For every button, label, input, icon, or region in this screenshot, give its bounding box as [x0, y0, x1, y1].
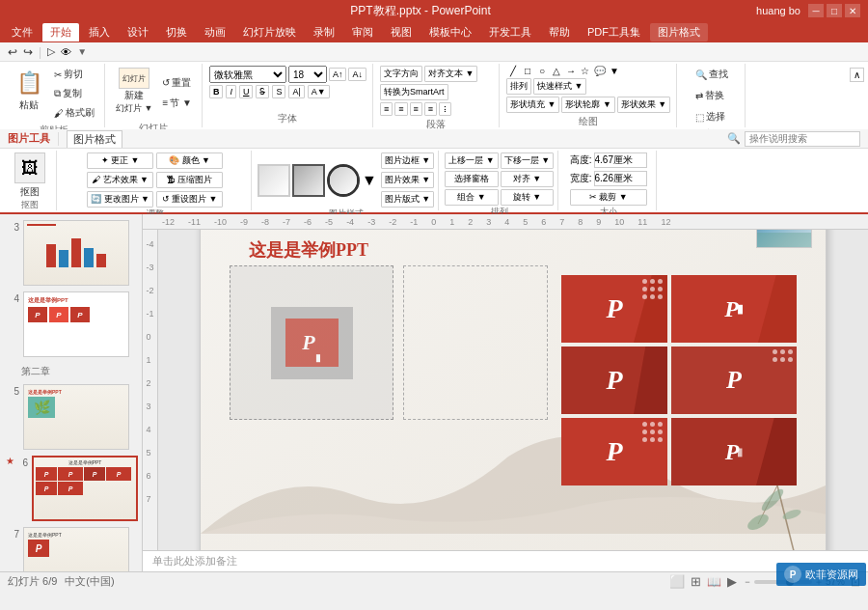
- text-direction-button[interactable]: 文字方向: [380, 66, 422, 82]
- maximize-button[interactable]: □: [827, 4, 842, 17]
- zoom-out-button[interactable]: －: [743, 575, 752, 589]
- backward-button[interactable]: 下移一层 ▼: [501, 152, 554, 169]
- select-button[interactable]: ⬚ 选择: [692, 108, 732, 125]
- align-button[interactable]: 对齐 ▼: [501, 171, 554, 187]
- style-thumb-1[interactable]: [258, 164, 290, 197]
- more-styles-button[interactable]: ▼: [362, 172, 377, 189]
- ppt-icon-2[interactable]: P ▮: [671, 275, 797, 343]
- replace-button[interactable]: ⇄ 替换: [692, 87, 732, 104]
- search-input[interactable]: [745, 131, 860, 147]
- more-shapes-icon[interactable]: ▼: [608, 66, 621, 76]
- menu-home[interactable]: 开始: [42, 23, 79, 42]
- columns-button[interactable]: ⫶: [439, 102, 451, 116]
- char-spacing-button[interactable]: A|: [288, 85, 304, 98]
- menu-slideshow[interactable]: 幻灯片放映: [235, 23, 304, 42]
- view-sorter-icon[interactable]: ⊞: [691, 574, 701, 589]
- bold-button[interactable]: B: [209, 85, 224, 98]
- menu-help[interactable]: 帮助: [541, 23, 578, 42]
- slide-thumb[interactable]: 这是是举例PPT 🌿: [23, 384, 129, 450]
- align-center-button[interactable]: ≡: [394, 102, 407, 116]
- justify-button[interactable]: ≡: [424, 102, 437, 116]
- section-button[interactable]: ≡ 节 ▼: [158, 95, 196, 112]
- selection-pane-button[interactable]: 选择窗格: [445, 171, 498, 187]
- convert-smartart-button[interactable]: 转换为SmartArt: [380, 84, 448, 100]
- ppt-icon-3[interactable]: P: [561, 347, 667, 414]
- copy-button[interactable]: ⧉ 复制: [50, 85, 98, 102]
- view-normal-icon[interactable]: ⬜: [669, 574, 685, 589]
- underline-button[interactable]: U: [239, 85, 254, 98]
- slide-thumb[interactable]: [23, 220, 129, 286]
- list-item[interactable]: 4 这是是举例PPT P P P: [4, 290, 138, 359]
- circle-icon[interactable]: ○: [535, 66, 549, 76]
- style-thumb-2[interactable]: [292, 164, 325, 197]
- shape-fill-button[interactable]: 形状填充 ▼: [506, 97, 559, 113]
- align-right-button[interactable]: ≡: [410, 102, 422, 116]
- align-text-button[interactable]: 对齐文本 ▼: [424, 66, 477, 82]
- redo-qa-btn[interactable]: ↪: [23, 45, 33, 59]
- align-left-button[interactable]: ≡: [380, 102, 393, 116]
- slide-thumb[interactable]: 这是是举例PPT P P P: [23, 291, 129, 357]
- group-button[interactable]: 组合 ▼: [445, 189, 498, 206]
- rotate-button[interactable]: 旋转 ▼: [501, 189, 554, 206]
- quick-styles-button[interactable]: 快速样式 ▼: [533, 78, 586, 95]
- color-button[interactable]: 🎨 颜色 ▼: [156, 152, 223, 169]
- format-tab-label[interactable]: 图片格式: [67, 130, 122, 148]
- font-color-button[interactable]: A▼: [308, 85, 330, 98]
- menu-picture-format[interactable]: 图片格式: [650, 23, 708, 42]
- arrange-button[interactable]: 排列: [506, 78, 531, 95]
- list-item[interactable]: 5 这是是举例PPT 🌿: [4, 382, 138, 452]
- pic-effect-button[interactable]: 图片效果 ▼: [381, 172, 434, 188]
- close-button[interactable]: ✕: [845, 4, 860, 17]
- view-reading-icon[interactable]: 📖: [707, 575, 721, 589]
- cut-button[interactable]: ✂ 剪切: [50, 66, 98, 83]
- star-icon[interactable]: ☆: [579, 66, 592, 76]
- width-input[interactable]: [594, 171, 647, 186]
- menu-transitions[interactable]: 切换: [158, 23, 195, 42]
- menu-insert[interactable]: 插入: [81, 23, 118, 42]
- format-brush-button[interactable]: 🖌 格式刷: [50, 104, 98, 122]
- crop-button[interactable]: ✂ 裁剪 ▼: [570, 189, 647, 206]
- slide-thumb-active[interactable]: 这是是举例PPT P P P P: [32, 456, 138, 521]
- undo-qa-btn[interactable]: ↩: [8, 45, 17, 59]
- reset-button[interactable]: ↺ 重置: [158, 74, 196, 92]
- correction-button[interactable]: ✦ 更正 ▼: [87, 152, 153, 169]
- list-item[interactable]: ★ 6 这是是举例PPT P P P: [4, 454, 138, 523]
- menu-review[interactable]: 审阅: [344, 23, 381, 42]
- font-family-select[interactable]: 微软雅黑: [209, 66, 286, 83]
- ppt-icon-4[interactable]: P: [671, 347, 797, 414]
- shape-effect-button[interactable]: 形状效果 ▼: [617, 97, 670, 113]
- decrease-font-button[interactable]: A↓: [348, 68, 366, 81]
- line-icon[interactable]: ╱: [506, 66, 520, 76]
- style-thumb-3[interactable]: [327, 164, 360, 197]
- arrow-icon[interactable]: →: [564, 66, 578, 76]
- italic-button[interactable]: I: [226, 85, 236, 98]
- ribbon-collapse-button[interactable]: ∧: [850, 68, 864, 82]
- menu-design[interactable]: 设计: [120, 23, 156, 42]
- artistic-button[interactable]: 🖌 艺术效果 ▼: [87, 172, 153, 188]
- menu-template[interactable]: 模板中心: [421, 23, 479, 42]
- qa-down[interactable]: ▼: [77, 46, 87, 57]
- font-size-select[interactable]: 18: [288, 66, 327, 83]
- ppt-icon-1[interactable]: P: [561, 275, 667, 343]
- menu-file[interactable]: 文件: [4, 23, 41, 42]
- strikethrough-button[interactable]: S̶: [256, 85, 269, 98]
- pic-layout-button[interactable]: 图片版式 ▼: [381, 191, 434, 208]
- list-item[interactable]: 3: [4, 218, 138, 288]
- tri-icon[interactable]: △: [550, 66, 563, 76]
- minimize-button[interactable]: ─: [808, 4, 824, 17]
- view-slideshow-icon[interactable]: ▶: [727, 574, 737, 589]
- reset-pic-button[interactable]: ↺ 重设图片 ▼: [156, 191, 223, 208]
- slide-thumb[interactable]: 这是是举例PPT P: [23, 527, 129, 571]
- rect-icon[interactable]: □: [521, 66, 534, 76]
- forward-button[interactable]: 上移一层 ▼: [445, 152, 498, 169]
- ppt-icon-5[interactable]: P: [561, 418, 667, 485]
- qa-eye[interactable]: 👁: [61, 46, 71, 58]
- new-slide-button[interactable]: 幻灯片 新建 幻灯片 ▼: [112, 66, 156, 120]
- find-button[interactable]: 🔍 查找: [692, 66, 732, 83]
- menu-animations[interactable]: 动画: [197, 23, 233, 42]
- cutout-label[interactable]: 抠图: [20, 185, 40, 199]
- increase-font-button[interactable]: A↑: [329, 68, 347, 81]
- notes-area[interactable]: 单击此处添加备注: [143, 550, 868, 571]
- change-pic-button[interactable]: 🔄 更改图片 ▼: [87, 191, 153, 208]
- menu-record[interactable]: 录制: [306, 23, 342, 42]
